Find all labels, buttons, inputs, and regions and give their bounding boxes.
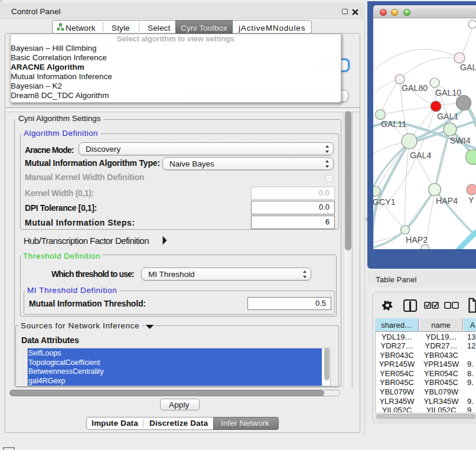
svg-text:GAL10: GAL10 — [435, 88, 461, 97]
svg-text:GAL11: GAL11 — [381, 119, 406, 129]
svg-text:GCY1: GCY1 — [373, 197, 396, 207]
svg-text:Y: Y — [468, 195, 474, 205]
svg-text:GAL80: GAL80 — [402, 83, 428, 93]
svg-text:SWI4: SWI4 — [450, 136, 471, 145]
svg-text:HAP2: HAP2 — [406, 235, 428, 244]
svg-text:GAL4: GAL4 — [410, 151, 431, 160]
svg-text:HAP4: HAP4 — [436, 196, 458, 206]
svg-text:GAL1: GAL1 — [437, 112, 458, 121]
svg-text:GAL7: GAL7 — [460, 63, 476, 72]
